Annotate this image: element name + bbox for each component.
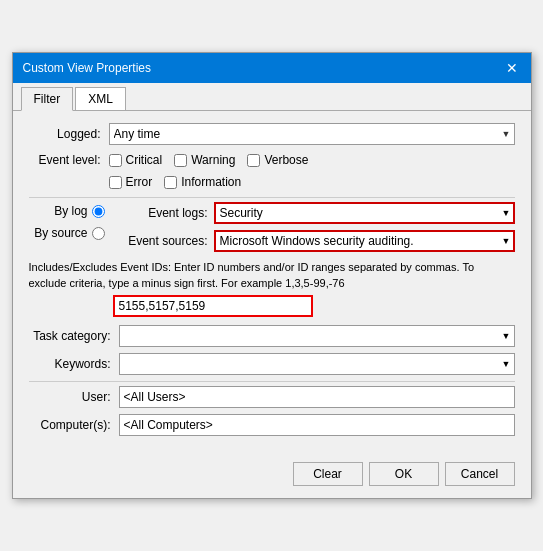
event-sources-label: Event sources: xyxy=(113,234,208,248)
task-category-select-wrapper: ▼ xyxy=(119,325,515,347)
logged-label: Logged: xyxy=(29,127,109,141)
verbose-checkbox[interactable] xyxy=(247,154,260,167)
critical-label: Critical xyxy=(126,153,163,167)
event-level-row2: Error Information xyxy=(29,175,515,189)
information-label: Information xyxy=(181,175,241,189)
event-level-label: Event level: xyxy=(29,153,109,167)
by-log-radio[interactable] xyxy=(92,205,105,218)
user-label: User: xyxy=(29,390,119,404)
event-id-input[interactable] xyxy=(113,295,313,317)
information-checkbox[interactable] xyxy=(164,176,177,189)
by-source-radio-label: By source xyxy=(34,226,87,240)
logged-select[interactable]: Any time Last hour Last 12 hours Last 24… xyxy=(109,123,515,145)
event-sources-select-wrapper: Microsoft Windows security auditing. ▼ xyxy=(214,230,515,252)
event-logs-select-wrapper: Security ▼ xyxy=(214,202,515,224)
by-log-radio-label: By log xyxy=(54,204,87,218)
critical-checkbox-item: Critical xyxy=(109,153,163,167)
by-source-radio[interactable] xyxy=(92,227,105,240)
critical-checkbox[interactable] xyxy=(109,154,122,167)
warning-checkbox-item: Warning xyxy=(174,153,235,167)
event-logs-select[interactable]: Security xyxy=(214,202,515,224)
event-level-checkboxes-row1: Critical Warning Verbose xyxy=(109,153,309,167)
task-category-label: Task category: xyxy=(29,329,119,343)
computers-label: Computer(s): xyxy=(29,418,119,432)
event-log-source-fields: Event logs: Security ▼ Event sources: Mi… xyxy=(113,202,515,252)
filter-content: Logged: Any time Last hour Last 12 hours… xyxy=(13,111,531,454)
error-label: Error xyxy=(126,175,153,189)
event-sources-select[interactable]: Microsoft Windows security auditing. xyxy=(214,230,515,252)
tab-xml[interactable]: XML xyxy=(75,87,126,110)
event-level-checkboxes-row2: Error Information xyxy=(109,175,242,189)
warning-label: Warning xyxy=(191,153,235,167)
log-source-section: By log By source Event logs: Security xyxy=(29,202,515,252)
by-log-radio-item: By log xyxy=(54,204,104,218)
event-sources-row: Event sources: Microsoft Windows securit… xyxy=(113,230,515,252)
task-category-row: Task category: ▼ xyxy=(29,325,515,347)
event-logs-row: Event logs: Security ▼ xyxy=(113,202,515,224)
verbose-checkbox-item: Verbose xyxy=(247,153,308,167)
close-button[interactable]: ✕ xyxy=(503,59,521,77)
divider1 xyxy=(29,197,515,198)
computers-row: Computer(s): xyxy=(29,414,515,436)
event-level-row: Event level: Critical Warning Verbose xyxy=(29,153,515,167)
error-checkbox[interactable] xyxy=(109,176,122,189)
button-row: Clear OK Cancel xyxy=(13,454,531,498)
ok-button[interactable]: OK xyxy=(369,462,439,486)
keywords-select[interactable] xyxy=(119,353,515,375)
user-row: User: xyxy=(29,386,515,408)
keywords-row: Keywords: ▼ xyxy=(29,353,515,375)
keywords-select-wrapper: ▼ xyxy=(119,353,515,375)
user-input[interactable] xyxy=(119,386,515,408)
dialog-window: Custom View Properties ✕ Filter XML Logg… xyxy=(12,52,532,499)
logged-select-wrapper: Any time Last hour Last 12 hours Last 24… xyxy=(109,123,515,145)
event-id-row xyxy=(29,295,515,317)
radio-group: By log By source xyxy=(29,202,113,252)
computers-input[interactable] xyxy=(119,414,515,436)
keywords-label: Keywords: xyxy=(29,357,119,371)
tab-bar: Filter XML xyxy=(13,83,531,111)
logged-row: Logged: Any time Last hour Last 12 hours… xyxy=(29,123,515,145)
title-bar: Custom View Properties ✕ xyxy=(13,53,531,83)
cancel-button[interactable]: Cancel xyxy=(445,462,515,486)
task-category-select[interactable] xyxy=(119,325,515,347)
information-checkbox-item: Information xyxy=(164,175,241,189)
error-checkbox-item: Error xyxy=(109,175,153,189)
dialog-title: Custom View Properties xyxy=(23,61,152,75)
info-text: Includes/Excludes Event IDs: Enter ID nu… xyxy=(29,260,515,291)
event-logs-label: Event logs: xyxy=(113,206,208,220)
tab-filter[interactable]: Filter xyxy=(21,87,74,111)
clear-button[interactable]: Clear xyxy=(293,462,363,486)
divider2 xyxy=(29,381,515,382)
by-source-radio-item: By source xyxy=(34,226,104,240)
warning-checkbox[interactable] xyxy=(174,154,187,167)
verbose-label: Verbose xyxy=(264,153,308,167)
